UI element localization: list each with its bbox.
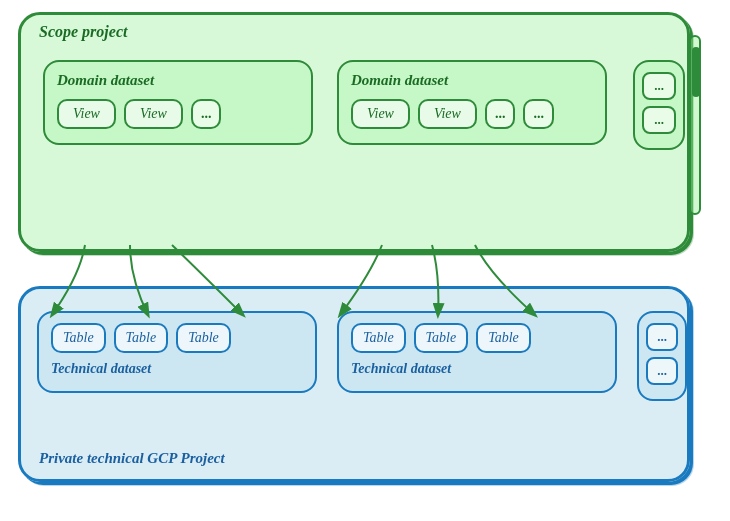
table-box-1-3[interactable]: Table — [176, 323, 231, 353]
gcp-project-box: Table Table Table Technical dataset Tabl… — [18, 286, 690, 482]
dots-box-1: ... — [191, 99, 222, 129]
gcp-project-label: Private technical GCP Project — [39, 450, 225, 467]
tech-dataset-1: Table Table Table Technical dataset — [37, 311, 317, 393]
domain-dataset-2-view-row: View View ... ... — [351, 99, 593, 129]
table-box-2-3[interactable]: Table — [476, 323, 531, 353]
domain-dataset-2: Domain dataset View View ... ... — [337, 60, 607, 145]
table-box-2-1[interactable]: Table — [351, 323, 406, 353]
tech-dots-2: ... — [646, 357, 678, 385]
tech-dataset-1-table-row: Table Table Table — [51, 323, 303, 353]
domain-dataset-1: Domain dataset View View ... — [43, 60, 313, 145]
tech-dataset-1-label: Technical dataset — [51, 361, 303, 377]
extra-dots-1: ... — [642, 72, 676, 100]
domain-dataset-1-view-row: View View ... — [57, 99, 299, 129]
scope-project-box: Scope project Domain dataset View View .… — [18, 12, 690, 252]
view-box-1-1[interactable]: View — [57, 99, 116, 129]
tech-dots-1: ... — [646, 323, 678, 351]
tech-dataset-2-table-row: Table Table Table — [351, 323, 603, 353]
tech-dataset-2: Table Table Table Technical dataset — [337, 311, 617, 393]
scope-project-label: Scope project — [39, 23, 127, 41]
tech-extra: ... ... — [637, 311, 687, 401]
table-box-1-1[interactable]: Table — [51, 323, 106, 353]
extra-dots-2: ... — [642, 106, 676, 134]
dots-box-2b: ... — [523, 99, 554, 129]
tech-dataset-2-label: Technical dataset — [351, 361, 603, 377]
table-box-2-2[interactable]: Table — [414, 323, 469, 353]
view-box-2-1[interactable]: View — [351, 99, 410, 129]
diagram-container: Scope project Domain dataset View View .… — [0, 0, 730, 521]
scrollbar-thumb — [692, 47, 700, 97]
domain-dataset-extra: ... ... — [633, 60, 685, 150]
view-box-2-2[interactable]: View — [418, 99, 477, 129]
view-box-1-2[interactable]: View — [124, 99, 183, 129]
table-box-1-2[interactable]: Table — [114, 323, 169, 353]
domain-dataset-1-label: Domain dataset — [57, 72, 299, 89]
scrollbar-indicator — [689, 35, 701, 215]
dots-box-2: ... — [485, 99, 516, 129]
domain-dataset-2-label: Domain dataset — [351, 72, 593, 89]
